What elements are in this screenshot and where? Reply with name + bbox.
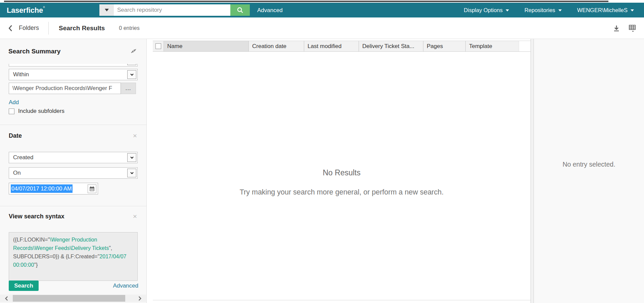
search-type-select-clipped[interactable] — [9, 64, 138, 67]
content-area: Search Summary Within — [0, 39, 644, 303]
chevron-down-icon — [129, 155, 135, 160]
scroll-right-arrow[interactable] — [133, 296, 146, 301]
page-title: Search Results — [59, 25, 105, 32]
select-value: Within — [9, 69, 137, 80]
search-submit-button[interactable] — [230, 4, 250, 16]
laserfiche-logo[interactable]: Laserfiche® — [7, 6, 45, 15]
select-all-cell — [153, 41, 164, 51]
sidebar-actions-row: Search Advanced — [9, 281, 138, 291]
date-section-header: Date × — [9, 132, 138, 139]
search-syntax-box: ({LF:LOOKIN="\Wenger Production Records\… — [9, 232, 138, 281]
customize-search-quill-icon[interactable] — [130, 48, 137, 55]
column-settings-button[interactable] — [628, 24, 637, 33]
results-area: Name Creation date Last modified Deliver… — [153, 39, 531, 303]
scrollbar-thumb[interactable] — [13, 295, 125, 302]
close-icon[interactable]: × — [133, 213, 137, 219]
date-value-row: 04/07/2017 12:00:00 AM — [9, 183, 138, 194]
select-all-checkbox[interactable] — [155, 43, 161, 49]
include-subfolders-label: Include subfolders — [18, 108, 64, 115]
scroll-left-arrow[interactable] — [0, 296, 13, 301]
toolbar-divider — [48, 22, 49, 35]
include-subfolders-row: Include subfolders — [9, 108, 138, 115]
menu-user-account[interactable]: WENGER\MichelleS — [577, 7, 634, 13]
select-chevron-box — [127, 153, 136, 162]
lookin-path-row: \Wenger Production Records\Wenger F ... — [9, 83, 138, 94]
menu-repositories[interactable]: Repositories — [524, 7, 562, 13]
window-edge-bar — [4, 1, 608, 2]
advanced-link[interactable]: Advanced — [113, 283, 138, 289]
chevron-left-icon — [4, 296, 9, 301]
chevron-down-icon — [105, 9, 109, 11]
chevron-down-icon — [631, 9, 634, 11]
no-results-message: Try making your search more general, or … — [153, 188, 531, 197]
search-summary-header: Search Summary — [0, 39, 146, 64]
column-header-last-modified[interactable]: Last modified — [304, 41, 359, 51]
column-header-delivery-ticket-status[interactable]: Delivery Ticket Sta... — [359, 41, 423, 51]
advanced-search-link[interactable]: Advanced — [257, 7, 283, 14]
entry-details-panel: No entry selected. — [534, 39, 644, 303]
syntax-section-title: View search syntax — [9, 213, 64, 220]
browse-folders-button[interactable]: ... — [121, 83, 136, 94]
search-input[interactable] — [114, 4, 230, 16]
lookin-path-input[interactable]: \Wenger Production Records\Wenger F — [9, 83, 121, 94]
column-header-name[interactable]: Name — [164, 41, 248, 51]
search-summary-panel: Search Summary Within — [0, 39, 147, 303]
download-button[interactable] — [612, 24, 620, 32]
sidebar-horizontal-scrollbar — [0, 295, 146, 302]
entries-count: 0 entries — [119, 25, 139, 31]
date-field-select[interactable]: Created — [9, 152, 138, 163]
include-subfolders-checkbox[interactable] — [9, 109, 14, 114]
no-results-title: No Results — [153, 168, 531, 177]
column-header-creation-date[interactable]: Creation date — [248, 41, 304, 51]
logo-text: Laserfiche — [7, 6, 43, 14]
select-value: On — [9, 168, 137, 178]
date-value-selected-text[interactable]: 04/07/2017 12:00:00 AM — [11, 184, 73, 193]
results-bottom-border — [153, 300, 531, 300]
section-divider — [0, 206, 146, 206]
syntax-text: "} — [34, 262, 38, 268]
select-chevron-box — [127, 64, 136, 65]
within-select[interactable]: Within — [9, 69, 138, 80]
column-header-pages[interactable]: Pages — [423, 41, 465, 51]
calendar-icon — [89, 186, 95, 192]
download-icon — [612, 24, 620, 32]
table-columns-icon — [628, 24, 637, 33]
close-icon[interactable]: × — [133, 133, 137, 139]
panel-splitter[interactable] — [531, 39, 534, 303]
syntax-text: ({LF:LOOKIN=" — [13, 237, 50, 243]
breadcrumb-toolbar: Folders Search Results 0 entries — [0, 17, 644, 39]
trademark-mark: ® — [43, 6, 45, 9]
scrollbar-track[interactable] — [13, 295, 133, 302]
calendar-picker-button[interactable] — [88, 184, 96, 193]
app-header-bar: Laserfiche® Advanced Display Options Rep… — [0, 3, 644, 17]
chevron-right-icon — [138, 296, 142, 301]
date-section-title: Date — [9, 132, 22, 139]
date-value-input[interactable]: 04/07/2017 12:00:00 AM — [9, 183, 98, 194]
add-location-link[interactable]: Add — [9, 99, 19, 106]
select-value: Created — [9, 152, 137, 163]
chevron-down-icon — [129, 72, 135, 77]
search-icon — [236, 6, 244, 14]
menu-label: WENGER\MichelleS — [577, 7, 628, 13]
results-table-header: Name Creation date Last modified Deliver… — [153, 41, 531, 52]
appbar-menus: Display Options Repositories WENGER\Mich… — [464, 3, 634, 17]
menu-label: Repositories — [524, 7, 555, 13]
chevron-left-icon — [7, 25, 14, 32]
date-operator-select[interactable]: On — [9, 167, 138, 179]
run-search-button[interactable]: Search — [9, 280, 39, 291]
section-divider — [0, 125, 146, 125]
chevron-down-icon — [129, 170, 135, 176]
back-to-folders-button[interactable]: Folders — [7, 25, 39, 32]
empty-results-state: No Results Try making your search more g… — [153, 168, 531, 197]
select-chevron-box — [127, 169, 136, 177]
back-label: Folders — [19, 25, 39, 32]
search-criteria-scroll-area: Within \Wenger Production Records\Wenger… — [0, 64, 146, 303]
menu-display-options[interactable]: Display Options — [464, 7, 509, 13]
menu-label: Display Options — [464, 7, 503, 13]
chevron-down-icon — [558, 9, 562, 11]
column-header-template[interactable]: Template — [465, 41, 519, 51]
search-scope-dropdown[interactable] — [99, 4, 114, 16]
no-entry-selected-message: No entry selected. — [534, 161, 644, 168]
syntax-section-header: View search syntax × — [9, 213, 138, 220]
select-chevron-box — [127, 70, 136, 79]
